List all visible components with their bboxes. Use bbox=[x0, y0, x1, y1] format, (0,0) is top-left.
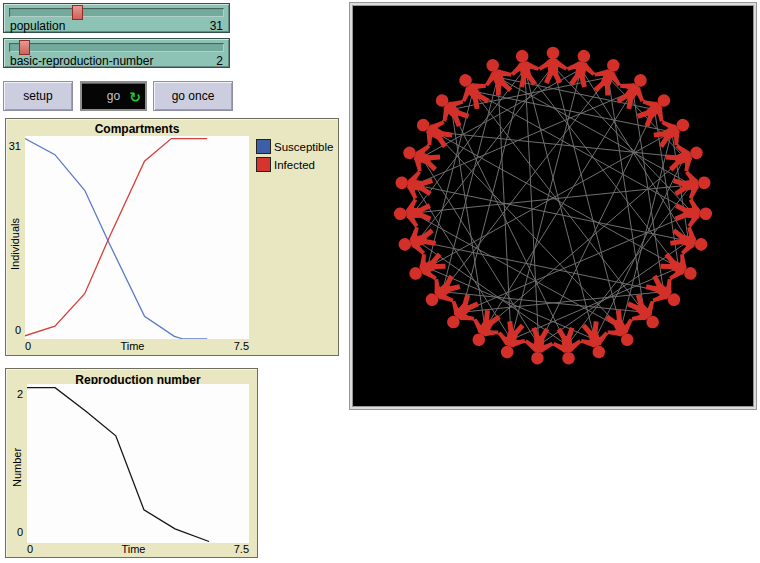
person-node bbox=[667, 223, 710, 260]
population-slider-track[interactable] bbox=[9, 8, 224, 17]
series-infected bbox=[25, 139, 207, 336]
person-node bbox=[450, 67, 495, 114]
person-node bbox=[399, 137, 444, 177]
legend-label-susceptible: Susceptible bbox=[274, 141, 333, 153]
network-link bbox=[608, 77, 644, 312]
network-link bbox=[553, 66, 693, 213]
world-view-frame bbox=[349, 2, 757, 410]
compartments-x-tick-max: 7.5 bbox=[234, 340, 249, 352]
series-susceptible bbox=[25, 139, 207, 339]
compartments-x-tick-min: 0 bbox=[25, 340, 31, 352]
person-node bbox=[463, 306, 506, 353]
go-button-label: go bbox=[107, 89, 120, 103]
reproduction-y-tick-max: 2 bbox=[6, 388, 23, 400]
person-node bbox=[410, 109, 457, 153]
legend-swatch-infected bbox=[256, 157, 271, 172]
person-node bbox=[393, 168, 434, 202]
person-node bbox=[656, 247, 702, 289]
compartments-y-tick-min: 0 bbox=[6, 324, 21, 336]
reproduction-y-axis-label: Number bbox=[11, 448, 23, 487]
compartments-plot-area bbox=[25, 136, 249, 339]
person-node bbox=[576, 318, 615, 362]
forever-refresh-icon: ↻ bbox=[129, 90, 141, 104]
compartments-legend: Susceptible Infected bbox=[256, 139, 333, 175]
compartments-plot: Compartments 31 0 Individuals 0 Time 7.5… bbox=[5, 118, 339, 356]
person-node bbox=[551, 326, 584, 366]
population-slider-value: 31 bbox=[210, 19, 223, 33]
population-slider-label: population bbox=[10, 19, 65, 33]
reproduction-chart-canvas bbox=[27, 384, 249, 543]
compartments-y-axis-label: Individuals bbox=[9, 218, 21, 270]
compartments-plot-title: Compartments bbox=[25, 122, 249, 136]
basic-reproduction-number-slider-handle[interactable] bbox=[19, 40, 30, 55]
person-node bbox=[491, 318, 530, 362]
network-link bbox=[498, 77, 692, 185]
person-node bbox=[522, 326, 555, 366]
basic-reproduction-number-slider-label: basic-reproduction-number bbox=[10, 54, 153, 68]
go-button[interactable]: go ↻ bbox=[80, 81, 147, 111]
setup-button[interactable]: setup bbox=[3, 81, 73, 111]
person-node bbox=[507, 47, 543, 89]
compartments-chart-canvas bbox=[25, 136, 249, 339]
reproduction-x-tick-min: 0 bbox=[27, 543, 33, 555]
legend-item-susceptible: Susceptible bbox=[256, 139, 333, 154]
legend-item-infected: Infected bbox=[256, 157, 333, 172]
reproduction-plot-area bbox=[27, 384, 249, 543]
legend-label-infected: Infected bbox=[274, 159, 315, 171]
population-slider[interactable]: population 31 bbox=[3, 3, 230, 33]
go-once-button[interactable]: go once bbox=[153, 81, 233, 111]
basic-reproduction-number-slider-value: 2 bbox=[216, 54, 223, 68]
network-link bbox=[485, 157, 684, 328]
legend-swatch-susceptible bbox=[256, 139, 271, 154]
compartments-y-tick-max: 31 bbox=[6, 140, 21, 152]
reproduction-x-axis-label: Time bbox=[121, 543, 145, 555]
netlogo-app: population 31 basic-reproduction-number … bbox=[0, 0, 760, 563]
person-node bbox=[404, 247, 450, 289]
basic-reproduction-number-slider[interactable]: basic-reproduction-number 2 bbox=[3, 38, 230, 68]
world-view bbox=[352, 5, 754, 407]
basic-reproduction-number-slider-track[interactable] bbox=[9, 43, 224, 52]
reproduction-number-plot: Reproduction number 2 0 Number 0 Time 7.… bbox=[5, 368, 258, 558]
reproduction-x-tick-max: 7.5 bbox=[234, 543, 249, 555]
person-node bbox=[395, 223, 438, 260]
person-node bbox=[674, 198, 713, 229]
population-slider-handle[interactable] bbox=[72, 5, 83, 20]
network-canvas bbox=[353, 6, 753, 406]
network-link bbox=[525, 69, 595, 340]
reproduction-y-tick-min: 0 bbox=[6, 526, 23, 538]
series-reproduction-number bbox=[27, 388, 209, 542]
network-link bbox=[511, 69, 581, 340]
person-node bbox=[611, 67, 656, 114]
compartments-x-axis-label: Time bbox=[120, 340, 144, 352]
